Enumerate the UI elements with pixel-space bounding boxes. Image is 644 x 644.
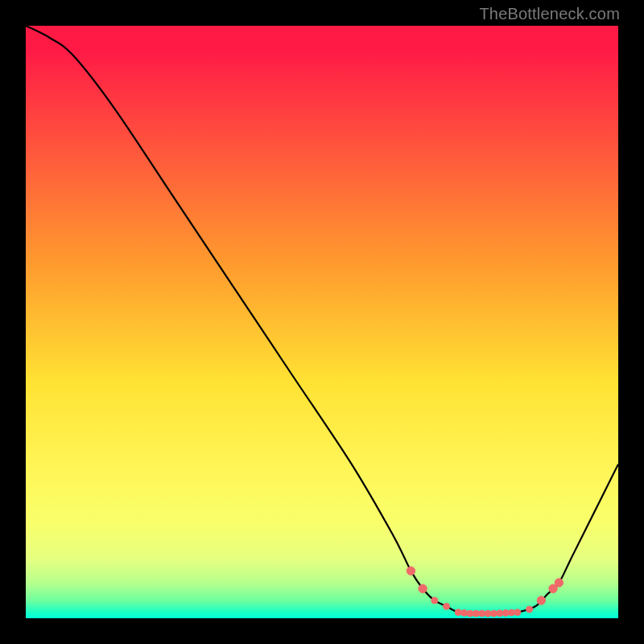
curve-marker: [431, 597, 438, 604]
curve-marker: [455, 609, 461, 616]
curve-marker: [473, 610, 479, 617]
chart-area: [26, 26, 618, 618]
curve-marker: [509, 609, 515, 616]
curve-markers: [407, 567, 563, 617]
chart-svg: [26, 26, 618, 618]
curve-marker: [467, 610, 473, 617]
curve-marker: [444, 603, 450, 609]
outer-frame: TheBottleneck.com: [0, 0, 644, 644]
bottleneck-curve: [26, 26, 618, 613]
curve-marker: [419, 584, 427, 592]
curve-marker: [526, 606, 533, 613]
curve-marker: [490, 610, 497, 617]
curve-marker: [485, 610, 491, 617]
curve-marker: [497, 610, 503, 617]
curve-marker: [407, 567, 415, 575]
curve-marker: [537, 597, 545, 605]
watermark-text: TheBottleneck.com: [479, 5, 620, 23]
curve-marker: [555, 579, 563, 587]
curve-marker: [502, 609, 509, 616]
curve-marker: [514, 609, 521, 616]
curve-marker: [461, 609, 468, 616]
curve-marker: [479, 610, 485, 617]
